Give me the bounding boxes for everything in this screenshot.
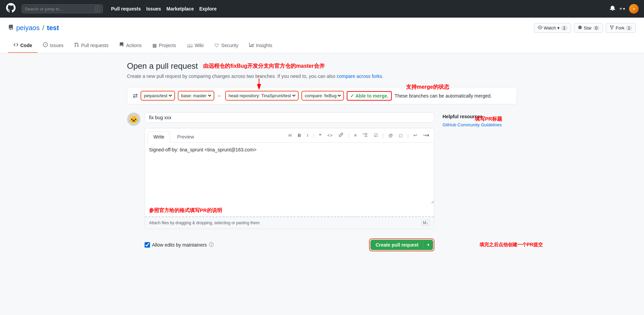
toolbar-sep2: | bbox=[348, 133, 349, 138]
tab-security-label: Security bbox=[221, 43, 238, 48]
github-logo-icon[interactable] bbox=[5, 2, 16, 15]
help-icon[interactable]: ⓘ bbox=[209, 242, 214, 248]
star-label: Star bbox=[584, 25, 592, 30]
toolbar-link[interactable] bbox=[337, 131, 345, 140]
repo-name-link[interactable]: test bbox=[47, 24, 59, 32]
toolbar-code[interactable]: <> bbox=[325, 131, 335, 139]
toolbar-italic[interactable]: I bbox=[305, 131, 310, 139]
compare-branch-selector[interactable]: compare: fixBug bbox=[301, 91, 344, 101]
repo-separator: / bbox=[42, 24, 44, 32]
avatar-row: 🐱 填写PR标题 Write Preview bbox=[127, 112, 434, 255]
merge-status-text: ✓ Able to merge. bbox=[350, 93, 388, 99]
write-tab[interactable]: Write bbox=[148, 131, 170, 143]
preview-tab[interactable]: Preview bbox=[171, 131, 200, 142]
code-tab-icon bbox=[14, 42, 18, 48]
base-branch-select[interactable]: base: master bbox=[180, 93, 212, 99]
md-icon: M↓ bbox=[421, 220, 430, 226]
search-box[interactable]: / bbox=[22, 4, 103, 13]
toolbar-undo[interactable]: ↩ bbox=[411, 131, 419, 139]
create-pr-button[interactable]: Create pull request bbox=[370, 240, 424, 250]
tab-issues[interactable]: Issues bbox=[38, 38, 69, 53]
compare-branch-select[interactable]: compare: fixBug bbox=[303, 93, 342, 99]
projects-tab-icon: ▦ bbox=[152, 43, 157, 48]
pull-requests-link[interactable]: Pull requests bbox=[111, 6, 141, 12]
toolbar-mention[interactable]: @ bbox=[386, 131, 395, 139]
toolbar-reference[interactable]: ◻ bbox=[397, 131, 405, 139]
tab-code[interactable]: Code bbox=[8, 38, 38, 53]
toolbar-redo[interactable]: ↪▾ bbox=[421, 131, 431, 139]
head-repo-selector[interactable]: head repository: TinaSprunt/test bbox=[225, 91, 299, 101]
submit-area: Create pull request ▾ 填完之后点他创建一个PR提交 bbox=[369, 238, 434, 251]
marketplace-link[interactable]: Marketplace bbox=[167, 6, 194, 12]
textarea-container: Signed-off-by: tina_sprunt <tina_sprunt@… bbox=[145, 143, 434, 216]
allow-edits-text: Allow edits by maintainers bbox=[152, 242, 207, 248]
tab-pr-label: Pull requests bbox=[81, 43, 108, 48]
base-repo-selector[interactable]: peiyaos/test bbox=[141, 91, 175, 101]
star-button[interactable]: Star 0 bbox=[574, 23, 603, 33]
pr-form-main: 🐱 填写PR标题 Write Preview bbox=[127, 112, 434, 255]
top-nav-links: Pull requests Issues Marketplace Explore bbox=[111, 6, 217, 12]
slash-key-icon: / bbox=[95, 6, 100, 12]
avatar[interactable]: ▾ bbox=[629, 4, 639, 14]
allow-edits-label[interactable]: Allow edits by maintainers ⓘ bbox=[145, 242, 214, 248]
repo-breadcrumb: peiyaos / test bbox=[8, 24, 59, 32]
base-branch-selector[interactable]: base: master bbox=[178, 91, 214, 101]
star-count: 0 bbox=[593, 26, 600, 30]
repo-icon bbox=[8, 24, 14, 32]
repo-owner-link[interactable]: peiyaos bbox=[16, 24, 40, 32]
pr-description-textarea[interactable]: Signed-off-by: tina_sprunt <tina_sprunt@… bbox=[145, 143, 434, 204]
top-nav-actions: + ▾ ▾ bbox=[610, 4, 639, 14]
tab-projects[interactable]: ▦ Projects bbox=[147, 38, 181, 53]
tab-issues-label: Issues bbox=[50, 43, 63, 48]
merge-description: These branches can be automatically merg… bbox=[394, 93, 492, 99]
tab-actions[interactable]: Actions bbox=[114, 38, 147, 53]
allow-edits-checkbox[interactable] bbox=[145, 242, 150, 248]
form-area: 填写PR标题 Write Preview H B I bbox=[145, 112, 434, 255]
watch-icon bbox=[538, 25, 542, 31]
avatar: 🐱 bbox=[127, 112, 141, 126]
toolbar-quote[interactable]: ❝ bbox=[317, 131, 323, 139]
branch-selector-row: ⇄ peiyaos/test base: master ← head repos… bbox=[127, 87, 517, 104]
community-guidelines-link[interactable]: GitHub Community Guidelines bbox=[443, 122, 502, 127]
toolbar-list-ol[interactable] bbox=[361, 131, 370, 140]
toolbar-list-ul[interactable]: ≡ bbox=[352, 131, 359, 139]
toolbar-heading[interactable]: H bbox=[286, 131, 294, 139]
repo-header: peiyaos / test Watch ▾ 1 Star 0 bbox=[0, 18, 644, 53]
page-title: Open a pull request bbox=[127, 61, 198, 71]
repo-action-buttons: Watch ▾ 1 Star 0 Fork 1 bbox=[534, 23, 636, 33]
write-preview-tabs: Write Preview bbox=[145, 128, 202, 142]
fork-count: 1 bbox=[626, 26, 632, 30]
tab-wiki[interactable]: 📖 Wiki bbox=[181, 38, 209, 53]
toolbar-bold[interactable]: B bbox=[296, 131, 303, 139]
watch-button[interactable]: Watch ▾ 1 bbox=[534, 23, 571, 33]
tab-actions-label: Actions bbox=[126, 43, 142, 48]
create-pr-dropdown-button[interactable]: ▾ bbox=[424, 240, 433, 250]
toolbar-task-list[interactable]: ☑ bbox=[372, 131, 380, 139]
annotation-pr-desc: 参照官方给的格式填写PR的说明 bbox=[145, 205, 434, 216]
pr-title-input[interactable] bbox=[145, 112, 434, 123]
bell-icon[interactable] bbox=[610, 5, 615, 13]
explore-link[interactable]: Explore bbox=[199, 6, 216, 12]
compare-forks-link[interactable]: compare across forks. bbox=[337, 74, 383, 79]
check-icon: ✓ bbox=[350, 93, 354, 99]
repo-title-row: peiyaos / test Watch ▾ 1 Star 0 bbox=[8, 23, 636, 33]
wiki-tab-icon: 📖 bbox=[187, 43, 193, 48]
fork-button[interactable]: Fork 1 bbox=[606, 23, 636, 33]
search-input[interactable] bbox=[25, 6, 92, 12]
tab-pullrequests[interactable]: Pull requests bbox=[69, 38, 114, 53]
repo-tabs: Code Issues Pull requests Actions ▦ Proj… bbox=[8, 38, 636, 53]
file-attach-bar[interactable]: Attach files by dragging & dropping, sel… bbox=[145, 216, 434, 229]
file-attach-label: Attach files by dragging & dropping, sel… bbox=[149, 220, 261, 225]
pr-tab-icon bbox=[74, 42, 79, 48]
annotation-submit: 填完之后点他创建一个PR提交 bbox=[479, 242, 543, 248]
tab-insights-label: Insights bbox=[256, 43, 272, 48]
tab-security[interactable]: 🛡 Security bbox=[209, 38, 244, 53]
tab-insights[interactable]: Insights bbox=[244, 38, 278, 53]
create-pr-button-group: Create pull request ▾ bbox=[369, 238, 434, 251]
base-repo-select[interactable]: peiyaos/test bbox=[143, 93, 173, 99]
main-content: Open a pull request 由远程仓的fixBug开发分支向官方仓的… bbox=[119, 53, 525, 264]
head-repo-select[interactable]: head repository: TinaSprunt/test bbox=[227, 93, 297, 99]
issues-link[interactable]: Issues bbox=[146, 6, 161, 12]
tab-projects-label: Projects bbox=[159, 43, 176, 48]
plus-icon[interactable]: + ▾ bbox=[619, 6, 625, 12]
